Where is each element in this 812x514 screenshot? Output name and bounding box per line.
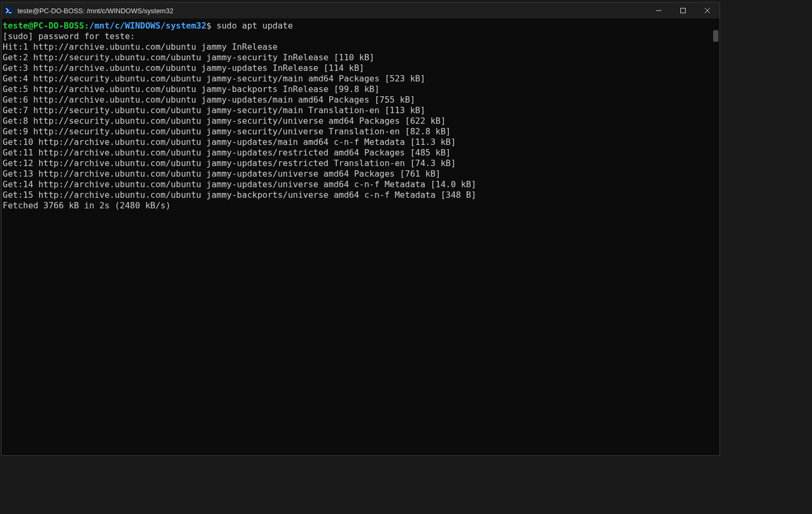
prompt-path: /mnt/c/WINDOWS/system32 (89, 21, 207, 31)
prompt-command: sudo apt update (211, 21, 293, 31)
output-line: Get:15 http://archive.ubuntu.com/ubuntu … (3, 190, 711, 200)
window-title: teste@PC-DO-BOSS: /mnt/c/WINDOWS/system3… (17, 7, 173, 15)
output-line: Get:9 http://security.ubuntu.com/ubuntu … (3, 126, 711, 137)
terminal-content[interactable]: teste@PC-DO-BOSS:/mnt/c/WINDOWS/system32… (2, 19, 712, 455)
output-line: Get:7 http://security.ubuntu.com/ubuntu … (3, 105, 711, 116)
maximize-button[interactable] (671, 3, 695, 19)
output-line: Get:14 http://archive.ubuntu.com/ubuntu … (3, 179, 711, 190)
prompt-user-host: teste@PC-DO-BOSS (3, 21, 84, 31)
title-bar[interactable]: teste@PC-DO-BOSS: /mnt/c/WINDOWS/system3… (2, 3, 719, 19)
scrollbar[interactable] (712, 19, 719, 455)
scrollbar-thumb[interactable] (713, 30, 718, 42)
output-line: Get:3 http://archive.ubuntu.com/ubuntu j… (3, 63, 711, 74)
output-line: [sudo] password for teste: (3, 31, 711, 42)
output-line: Get:5 http://archive.ubuntu.com/ubuntu j… (3, 84, 711, 95)
output-line: Hit:1 http://archive.ubuntu.com/ubuntu j… (3, 42, 711, 52)
svg-rect-0 (5, 6, 13, 15)
prompt-line: teste@PC-DO-BOSS:/mnt/c/WINDOWS/system32… (3, 21, 711, 31)
output-line: Get:13 http://archive.ubuntu.com/ubuntu … (3, 169, 711, 179)
output-line: Get:10 http://archive.ubuntu.com/ubuntu … (3, 137, 711, 148)
output-line: Get:11 http://archive.ubuntu.com/ubuntu … (3, 148, 711, 158)
output-line: Get:8 http://security.ubuntu.com/ubuntu … (3, 116, 711, 126)
close-button[interactable] (695, 3, 719, 19)
terminal-area[interactable]: teste@PC-DO-BOSS:/mnt/c/WINDOWS/system32… (2, 19, 719, 455)
powershell-icon (5, 6, 13, 15)
output-line: Get:12 http://archive.ubuntu.com/ubuntu … (3, 158, 711, 169)
minimize-button[interactable] (647, 3, 671, 19)
output-line: Get:4 http://security.ubuntu.com/ubuntu … (3, 74, 711, 84)
title-bar-left: teste@PC-DO-BOSS: /mnt/c/WINDOWS/system3… (5, 6, 173, 15)
terminal-window: teste@PC-DO-BOSS: /mnt/c/WINDOWS/system3… (1, 2, 720, 456)
prompt-sep: : (84, 21, 89, 31)
output-line: Get:6 http://archive.ubuntu.com/ubuntu j… (3, 95, 711, 105)
output-line: Get:2 http://security.ubuntu.com/ubuntu … (3, 52, 711, 63)
output-line: Fetched 3766 kB in 2s (2480 kB/s) (3, 200, 711, 211)
svg-rect-3 (681, 8, 686, 13)
prompt-dollar: $ (206, 21, 211, 31)
window-controls (647, 3, 719, 19)
